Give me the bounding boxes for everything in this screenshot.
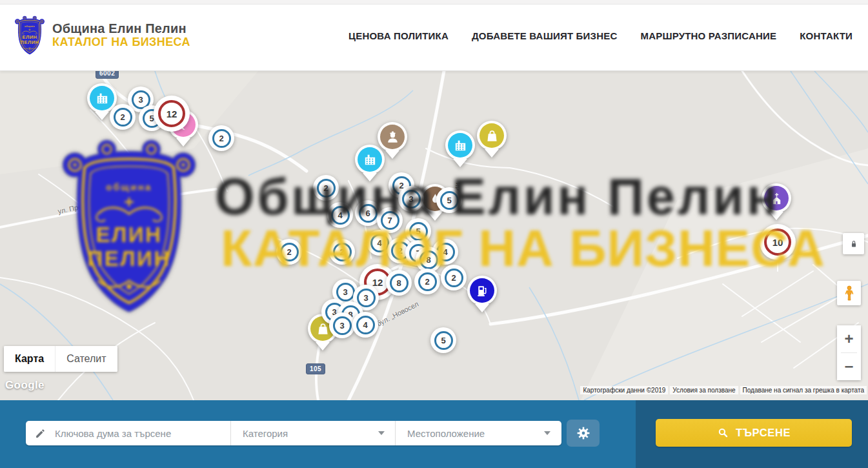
cluster-count: 8 [419, 250, 438, 269]
map-cluster-marker[interactable]: 2 [441, 265, 467, 290]
cluster-count: 4 [356, 316, 375, 334]
map-cluster-marker[interactable]: 2 [110, 104, 136, 130]
cluster-count: 3 [357, 289, 376, 307]
map-cluster-marker[interactable]: 5 [436, 187, 462, 213]
map-pin-factory-icon[interactable] [355, 145, 385, 174]
map-cluster-marker[interactable]: 2 [313, 175, 339, 201]
street-label: бул. „Новосел [376, 300, 420, 328]
google-logo[interactable]: Google [5, 379, 45, 392]
lock-icon[interactable] [843, 233, 864, 254]
road-number-chip: 6002 [96, 71, 119, 79]
chevron-down-icon [378, 431, 385, 435]
map-type-map-button[interactable]: Карта [4, 346, 55, 372]
map-attribution: Картографски данни ©2019 Условия за полз… [580, 386, 867, 394]
cluster-count: 8 [390, 274, 409, 292]
search-bar: Категория Местоположение [0, 400, 868, 468]
keyword-field-wrap [26, 421, 231, 445]
cluster-count: 2 [212, 129, 231, 148]
map-pin-bag-icon[interactable] [477, 121, 507, 150]
map-cluster-marker[interactable]: 10 [760, 224, 796, 260]
category-select-value: Категория [243, 428, 288, 439]
road-number-chip: 105 [306, 363, 325, 374]
main-nav: ЦЕНОВА ПОЛИТИКА ДОБАВЕТЕ ВАШИЯТ БИЗНЕС М… [348, 0, 853, 71]
chevron-down-icon [544, 431, 550, 435]
map-cluster-marker[interactable]: 5 [430, 327, 456, 353]
nav-route-schedule[interactable]: МАРШРУТНО РАЗПИСАНИЕ [640, 30, 776, 41]
map-type-control: Карта Сателит [4, 346, 117, 372]
map-markers-layer: ул. Преславбул. „Новоселции6002105325122… [0, 71, 868, 400]
map-pin-church-icon[interactable] [762, 183, 791, 213]
map-cluster-marker[interactable]: 4 [352, 312, 378, 338]
cluster-count: 6 [359, 204, 378, 223]
category-select[interactable]: Категория [231, 421, 396, 445]
keyword-search-input[interactable] [54, 427, 225, 440]
map-pin-fuel-icon[interactable] [467, 276, 497, 305]
municipality-emblem-icon [13, 15, 46, 56]
site-title: Община Елин Пелин [52, 21, 190, 36]
cluster-count: 4 [331, 206, 350, 225]
cluster-count: 3 [336, 283, 355, 301]
nav-price-policy[interactable]: ЦЕНОВА ПОЛИТИКА [348, 30, 449, 41]
map-cluster-marker[interactable]: 12 [154, 96, 190, 132]
map-cluster-marker[interactable]: 2 [276, 239, 302, 265]
site-header: Община Елин Пелин КАТАЛОГ НА БИЗНЕСА ЦЕН… [0, 0, 868, 71]
map-canvas[interactable]: ул. Преславбул. „Новоселции6002105325122… [0, 71, 868, 400]
search-icon [717, 427, 729, 439]
advanced-search-button[interactable] [567, 420, 600, 447]
cluster-count: 2 [418, 272, 437, 291]
cluster-count: 2 [333, 243, 352, 261]
search-bar-right-panel: ТЪРСЕНЕ [636, 400, 868, 468]
zoom-out-button[interactable]: − [837, 353, 861, 380]
search-button-label: ТЪРСЕНЕ [736, 427, 791, 439]
map-pin-worker-icon[interactable] [378, 122, 407, 152]
nav-add-your-business[interactable]: ДОБАВЕТЕ ВАШИЯТ БИЗНЕС [472, 30, 617, 41]
search-input-group: Категория Местоположение [26, 421, 561, 445]
cluster-count: 3 [333, 316, 352, 335]
search-button[interactable]: ТЪРСЕНЕ [656, 419, 852, 447]
map-cluster-marker[interactable]: 7 [377, 207, 403, 233]
cluster-count: 2 [317, 179, 336, 198]
location-select[interactable]: Местоположение [396, 421, 561, 445]
cluster-count: 5 [440, 191, 459, 210]
top-strip [0, 0, 868, 5]
cluster-count: 12 [158, 100, 185, 127]
cluster-count: 5 [434, 331, 453, 350]
street-label: ул. Преслав [57, 199, 98, 216]
cluster-count: 3 [402, 190, 421, 209]
cluster-count: 7 [381, 211, 399, 230]
map-cluster-marker[interactable]: 2 [414, 269, 440, 294]
map-type-satellite-button[interactable]: Сателит [55, 346, 117, 372]
cluster-count: 4 [370, 234, 389, 252]
site-logo[interactable]: Община Елин Пелин КАТАЛОГ НА БИЗНЕСА [13, 15, 190, 56]
attribution-copyright: Картографски данни ©2019 [580, 386, 668, 394]
pegman-street-view-icon[interactable] [837, 281, 861, 305]
map-pin-factory-icon[interactable] [445, 130, 475, 160]
gear-icon [576, 425, 591, 441]
brand-text: Община Елин Пелин КАТАЛОГ НА БИЗНЕСА [52, 21, 190, 50]
map-cluster-marker[interactable]: 8 [386, 270, 412, 296]
cluster-count: 5 [409, 222, 428, 241]
map-cluster-marker[interactable]: 4 [327, 202, 353, 228]
location-select-value: Местоположение [407, 428, 485, 439]
site-subtitle: КАТАЛОГ НА БИЗНЕСА [52, 36, 190, 50]
map-cluster-marker[interactable]: 3 [329, 312, 355, 338]
map-cluster-marker[interactable]: 2 [208, 125, 234, 151]
cluster-count: 2 [280, 243, 299, 261]
attribution-terms-link[interactable]: Условия за ползване [670, 386, 738, 394]
map-cluster-marker[interactable]: 2 [329, 239, 355, 265]
zoom-in-button[interactable]: + [837, 325, 861, 352]
zoom-control: + − [837, 325, 861, 380]
cluster-count: 2 [445, 269, 463, 287]
pencil-icon [35, 428, 46, 439]
cluster-count: 2 [114, 108, 132, 127]
cluster-count: 10 [764, 229, 791, 256]
map-cluster-marker[interactable]: 3 [398, 186, 424, 212]
attribution-report-link[interactable]: Подаване на сигнал за грешка в картата [740, 386, 867, 394]
page: Община Елин Пелин КАТАЛОГ НА БИЗНЕСА ЦЕН… [0, 0, 868, 468]
nav-contacts[interactable]: КОНТАКТИ [800, 30, 853, 41]
